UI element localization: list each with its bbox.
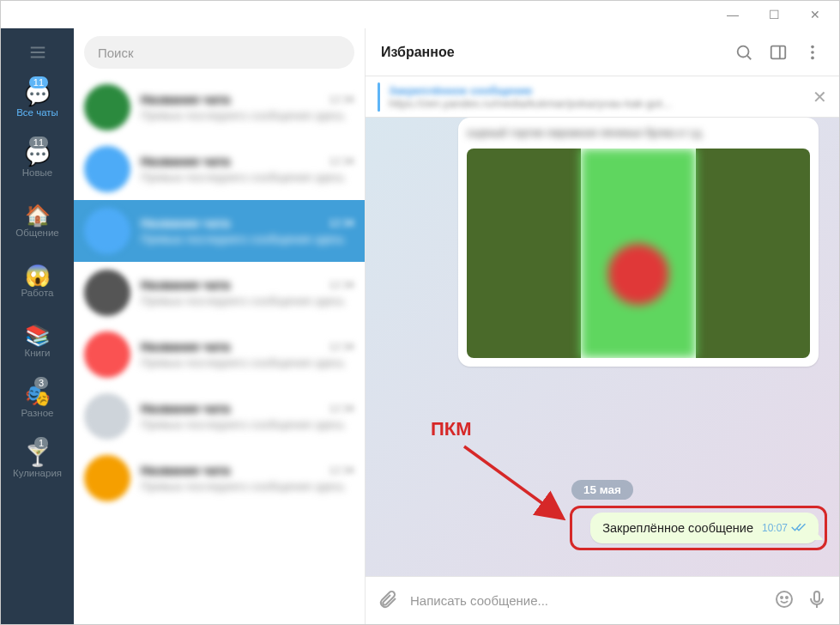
chat-item[interactable]: Название чата12:34 Превью последнего соо… — [74, 447, 365, 509]
chat-name: Название чата — [141, 340, 230, 354]
chat-body: Название чата12:34 Превью последнего соо… — [141, 93, 354, 122]
folder-Все чаты[interactable]: 💬Все чаты11 — [13, 71, 62, 131]
chat-item[interactable]: Название чата12:34 Превью последнего соо… — [74, 385, 365, 447]
chat-preview: Превью последнего сообщения здесь — [141, 418, 354, 431]
svg-point-3 — [738, 46, 749, 57]
svg-point-11 — [777, 592, 792, 607]
folder-sidebar: 💬Все чаты11💬Новые11🏠Общение😱Работа📚Книги… — [1, 28, 74, 624]
message-composer: Написать сообщение... — [366, 576, 839, 624]
chat-item[interactable]: Название чата12:34 Превью последнего соо… — [74, 138, 365, 200]
voice-icon[interactable] — [807, 589, 827, 613]
window-close[interactable]: ✕ — [798, 3, 832, 27]
menu-button[interactable] — [1, 33, 74, 71]
chat-item[interactable]: Название чата12:34 Превью последнего соо… — [74, 76, 365, 138]
folder-label: Работа — [21, 288, 54, 298]
chat-name: Название чата — [141, 402, 230, 416]
annotation-label: ПКМ — [431, 418, 472, 440]
folder-label: Новые — [22, 167, 52, 178]
chat-body: Название чата12:34 Превью последнего соо… — [141, 464, 354, 493]
folder-Кулинария[interactable]: 🍸Кулинария1 — [13, 432, 62, 492]
avatar — [84, 331, 130, 378]
folder-Новые[interactable]: 💬Новые11 — [13, 131, 62, 191]
read-checks-icon — [791, 521, 807, 535]
folder-Работа[interactable]: 😱Работа — [13, 252, 62, 312]
folder-icon: 😱 — [25, 265, 51, 286]
folder-Общение[interactable]: 🏠Общение — [13, 191, 62, 252]
folder-icon: 🏠 — [25, 205, 51, 226]
folder-label: Книги — [24, 348, 50, 358]
chat-body: Название чата12:34 Превью последнего соо… — [141, 402, 354, 431]
avatar — [84, 146, 130, 192]
pinned-body: Закреплённое сообщение https://zen.yande… — [389, 84, 804, 110]
search-icon[interactable] — [733, 41, 755, 64]
window-titlebar: — ☐ ✕ — [1, 1, 839, 28]
svg-point-13 — [786, 597, 788, 598]
folder-Книги[interactable]: 📚Книги — [13, 312, 62, 372]
chat-name: Название чата — [141, 278, 230, 292]
chat-time: 12:34 — [329, 155, 354, 167]
chat-main: Избранное Закреплённое сообщение https:/… — [366, 28, 839, 624]
chat-item[interactable]: Название чата12:34 Превью последнего соо… — [74, 200, 365, 262]
svg-point-8 — [811, 51, 814, 54]
sidepanel-icon[interactable] — [767, 41, 789, 64]
chat-preview: Превью последнего сообщения здесь — [141, 480, 354, 493]
svg-point-7 — [811, 45, 814, 48]
date-separator: 15 мая — [571, 480, 633, 500]
more-icon[interactable] — [801, 41, 824, 64]
chat-name: Название чата — [141, 216, 230, 230]
window-maximize[interactable]: ☐ — [757, 3, 791, 27]
chat-item[interactable]: Название чата12:34 Превью последнего соо… — [74, 324, 365, 385]
media-caption: сырный тортик пирожное печенье булка и т… — [467, 126, 810, 149]
search-bar: Поиск — [74, 28, 365, 76]
close-icon[interactable]: ✕ — [813, 87, 827, 107]
svg-point-9 — [811, 56, 814, 59]
svg-line-10 — [464, 446, 559, 515]
chat-title: Избранное — [381, 45, 721, 60]
chat-preview: Превью последнего сообщения здесь — [141, 109, 354, 122]
avatar — [84, 208, 130, 254]
svg-point-12 — [781, 597, 783, 598]
chat-item[interactable]: Название чата12:34 Превью последнего соо… — [74, 262, 365, 324]
chat-body: Название чата12:34 Превью последнего соо… — [141, 340, 354, 369]
message-bubble[interactable]: Закреплённое сообщение 10:07 — [590, 513, 819, 543]
composer-input[interactable]: Написать сообщение... — [410, 593, 762, 608]
message-text: Закреплённое сообщение — [602, 521, 753, 535]
folder-label: Кулинария — [13, 468, 62, 478]
messages-area: сырный тортик пирожное печенье булка и т… — [366, 118, 839, 576]
pinned-message-bar[interactable]: Закреплённое сообщение https://zen.yande… — [366, 76, 839, 118]
pinned-title: Закреплённое сообщение — [389, 84, 804, 97]
chat-list: Название чата12:34 Превью последнего соо… — [74, 76, 365, 624]
folder-label: Общение — [15, 228, 58, 238]
chat-name: Название чата — [141, 155, 230, 168]
chat-preview: Превью последнего сообщения здесь — [141, 171, 354, 184]
chat-body: Название чата12:34 Превью последнего соо… — [141, 278, 354, 307]
chat-time: 12:34 — [329, 403, 354, 415]
avatar — [84, 270, 130, 316]
message-bubble-wrap: Закреплённое сообщение 10:07 — [590, 513, 819, 543]
annotation-arrow — [460, 442, 571, 528]
chat-preview: Превью последнего сообщения здесь — [141, 233, 354, 246]
chat-time: 12:34 — [329, 341, 354, 353]
chat-body: Название чата12:34 Превью последнего соо… — [141, 216, 354, 246]
window-minimize[interactable]: — — [716, 3, 750, 27]
chat-time: 12:34 — [329, 94, 354, 106]
chat-list-panel: Поиск Название чата12:34 Превью последне… — [74, 28, 366, 624]
svg-rect-14 — [814, 592, 819, 602]
chat-time: 12:34 — [329, 279, 354, 291]
attach-icon[interactable] — [378, 589, 398, 613]
message-time: 10:07 — [762, 522, 788, 534]
avatar — [84, 84, 130, 130]
folder-badge: 11 — [29, 137, 48, 149]
search-input[interactable]: Поиск — [84, 36, 354, 69]
message-meta: 10:07 — [762, 521, 807, 535]
folder-label: Все чаты — [16, 107, 58, 118]
emoji-icon[interactable] — [774, 589, 795, 613]
chat-body: Название чата12:34 Превью последнего соо… — [141, 155, 354, 184]
avatar — [84, 455, 130, 501]
svg-rect-5 — [771, 46, 786, 58]
media-image — [467, 149, 810, 358]
chat-preview: Превью последнего сообщения здесь — [141, 356, 354, 369]
chat-time: 12:34 — [329, 217, 354, 229]
folder-Разное[interactable]: 🎭Разное3 — [13, 372, 62, 432]
message-media[interactable]: сырный тортик пирожное печенье булка и т… — [458, 118, 819, 367]
